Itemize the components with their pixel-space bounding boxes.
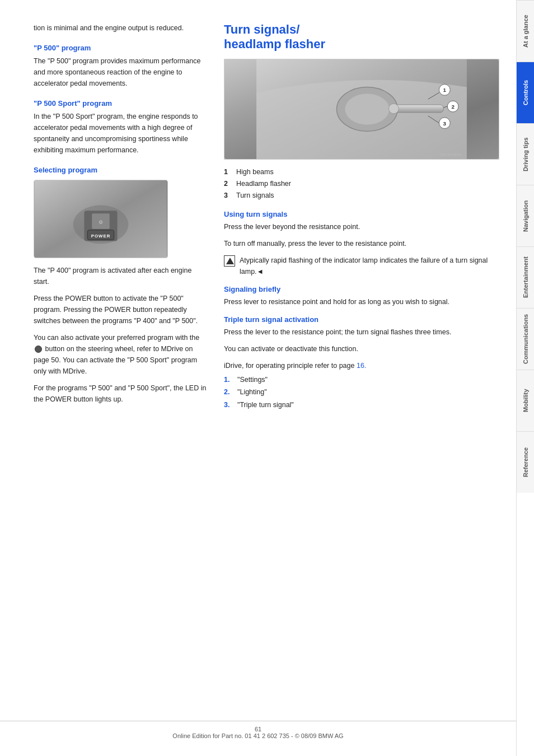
p500sport-body: In the "P 500 Sport" program, the engine… bbox=[34, 111, 207, 156]
steering-wheel-icon bbox=[35, 346, 42, 353]
steps-list: 1. "Settings" 2. "Lighting" 3. "Triple t… bbox=[224, 374, 499, 412]
sidebar-tab-controls[interactable]: Controls bbox=[517, 62, 534, 123]
list-item-1: 1 High beams bbox=[224, 166, 499, 178]
preferred-program-text: You can also activate your preferred pro… bbox=[34, 332, 207, 377]
sidebar-tab-at-a-glance[interactable]: At a glance bbox=[517, 0, 534, 62]
triple-text2: You can activate or deactivate this func… bbox=[224, 343, 499, 354]
right-column: Turn signals/ headlamp flasher bbox=[224, 22, 499, 734]
sidebar-tab-entertainment[interactable]: Entertainment bbox=[517, 246, 534, 308]
sidebar-tab-reference[interactable]: Reference bbox=[517, 431, 534, 493]
triple-text1: Press the lever to the resistance point;… bbox=[224, 326, 499, 338]
p500sport-heading: "P 500 Sport" program bbox=[34, 99, 207, 108]
triple-heading: Triple turn signal activation bbox=[224, 315, 499, 324]
page-footer: 61 Online Edition for Part no. 01 41 2 6… bbox=[0, 721, 516, 739]
using-turn-signals-heading: Using turn signals bbox=[224, 210, 499, 218]
svg-text:3: 3 bbox=[443, 120, 447, 126]
sidebar-tab-mobility[interactable]: Mobility bbox=[517, 370, 534, 431]
step-1: 1. "Settings" bbox=[224, 374, 499, 386]
using-text2: To turn off manually, press the lever to… bbox=[224, 238, 499, 249]
svg-text:⚙: ⚙ bbox=[99, 220, 103, 225]
step-2: 2. "Lighting" bbox=[224, 386, 499, 399]
svg-rect-11 bbox=[394, 105, 443, 113]
main-heading: Turn signals/ headlamp flasher bbox=[224, 22, 499, 52]
svg-text:2: 2 bbox=[451, 104, 455, 110]
svg-point-10 bbox=[345, 94, 389, 124]
gear-shift-image: POWER ⚙ bbox=[34, 180, 167, 258]
note-text: Atypically rapid flashing of the indicat… bbox=[240, 255, 499, 277]
sidebar-tab-navigation[interactable]: Navigation bbox=[517, 185, 534, 246]
selecting-heading: Selecting program bbox=[34, 166, 207, 174]
note-box: Atypically rapid flashing of the indicat… bbox=[224, 255, 499, 277]
note-icon bbox=[224, 255, 235, 267]
edition-text: Online Edition for Part no. 01 41 2 602 … bbox=[172, 732, 343, 739]
signaling-briefly-heading: Signaling briefly bbox=[224, 285, 499, 293]
power-image: POWER ⚙ bbox=[34, 180, 168, 258]
engine-start-text: The "P 400" program is activated after e… bbox=[34, 265, 207, 287]
p500-heading: "P 500" program bbox=[34, 44, 207, 52]
sidebar: At a glance Controls Driving tips Naviga… bbox=[516, 0, 534, 756]
idrive-text: iDrive, for operating principle refer to… bbox=[224, 360, 499, 371]
triangle-icon bbox=[226, 258, 234, 264]
svg-text:1: 1 bbox=[443, 87, 447, 93]
svg-text:USCP-065A: USCP-065A bbox=[440, 153, 461, 157]
p500-body: The "P 500" program provides maximum per… bbox=[34, 55, 207, 89]
step-3: 3. "Triple turn signal" bbox=[224, 399, 499, 412]
press-power-text: Press the POWER button to activate the "… bbox=[34, 293, 207, 326]
svg-point-12 bbox=[388, 104, 399, 114]
lever-diagram: 1 2 3 USCP-065A bbox=[224, 59, 499, 159]
using-text1: Press the lever beyond the resistance po… bbox=[224, 221, 499, 232]
list-item-3: 3 Turn signals bbox=[224, 190, 499, 202]
signaling-briefly-text: Press lever to resistance point and hold… bbox=[224, 296, 499, 307]
turn-signal-image: 1 2 3 USCP-065A bbox=[224, 59, 499, 160]
items-list: 1 High beams 2 Headlamp flasher 3 Turn s… bbox=[224, 166, 499, 202]
idrive-link[interactable]: 16. bbox=[357, 362, 366, 370]
svg-text:POWER: POWER bbox=[91, 234, 111, 239]
sidebar-tab-communications[interactable]: Communications bbox=[517, 308, 534, 370]
page-number: 61 bbox=[255, 726, 261, 732]
left-column: tion is minimal and the engine output is… bbox=[34, 22, 207, 734]
sidebar-tab-driving-tips[interactable]: Driving tips bbox=[517, 123, 534, 185]
led-text: For the programs "P 500" and "P 500 Spor… bbox=[34, 382, 207, 405]
list-item-2: 2 Headlamp flasher bbox=[224, 178, 499, 190]
intro-text: tion is minimal and the engine output is… bbox=[34, 22, 207, 34]
